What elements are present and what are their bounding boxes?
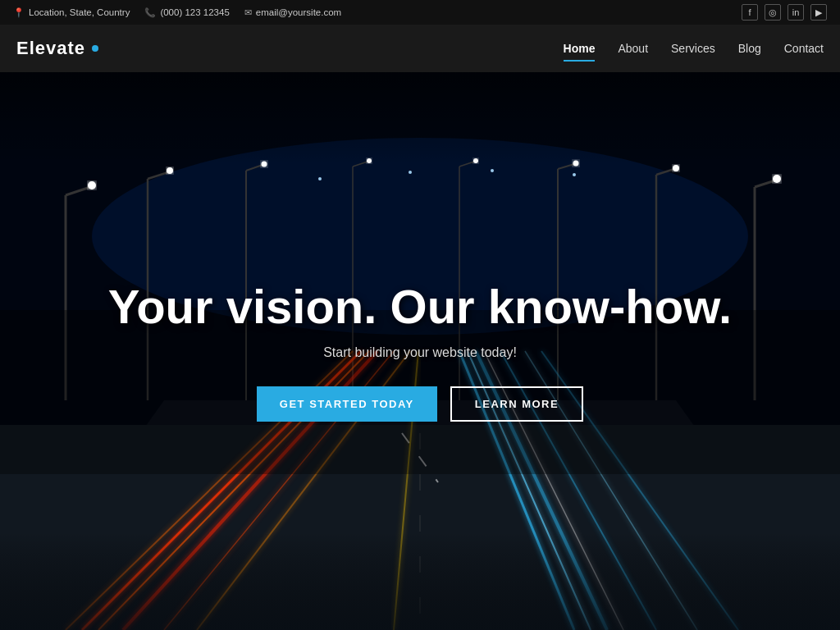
nav-link-contact[interactable]: Contact	[784, 39, 824, 58]
linkedin-icon[interactable]: in	[788, 4, 804, 21]
nav-item-services[interactable]: Services	[671, 41, 715, 56]
top-bar: 📍 Location, State, Country 📞 (000) 123 1…	[0, 0, 840, 25]
top-bar-left: 📍 Location, State, Country 📞 (000) 123 1…	[13, 7, 341, 18]
nav-item-contact[interactable]: Contact	[784, 41, 824, 56]
hero-subtitle: Start building your website today!	[108, 345, 732, 360]
svg-rect-49	[0, 532, 840, 630]
hero-content: Your vision. Our know-how. Start buildin…	[92, 281, 748, 422]
location-contact: 📍 Location, State, Country	[13, 7, 130, 18]
cta-secondary-button[interactable]: LEARN MORE	[450, 386, 583, 422]
email-icon: ✉	[244, 7, 252, 18]
svg-rect-50	[0, 72, 840, 302]
phone-icon: 📞	[144, 7, 156, 18]
phone-text: (000) 123 12345	[160, 7, 229, 17]
nav-item-blog[interactable]: Blog	[738, 41, 761, 56]
facebook-icon[interactable]: f	[742, 4, 758, 21]
brand-dot	[92, 45, 98, 52]
instagram-icon[interactable]: ◎	[765, 4, 781, 21]
hero-title: Your vision. Our know-how.	[108, 281, 732, 333]
location-icon: 📍	[13, 7, 25, 18]
hero-section: Your vision. Our know-how. Start buildin…	[0, 72, 840, 630]
nav-item-about[interactable]: About	[618, 41, 648, 56]
location-text: Location, State, Country	[29, 7, 130, 17]
nav-link-about[interactable]: About	[618, 39, 648, 58]
nav-item-home[interactable]: Home	[564, 41, 596, 56]
nav-links: Home About Services Blog Contact	[564, 41, 824, 56]
navbar: Elevate Home About Services Blog Contact	[0, 25, 840, 72]
email-contact: ✉ email@yoursite.com	[244, 7, 341, 18]
nav-link-services[interactable]: Services	[671, 39, 715, 58]
youtube-icon[interactable]: ▶	[810, 4, 827, 21]
hero-buttons: GET STARTED TODAY LEARN MORE	[108, 386, 732, 422]
social-links: f ◎ in ▶	[742, 4, 827, 21]
brand-name: Elevate	[16, 38, 85, 59]
phone-contact: 📞 (000) 123 12345	[144, 7, 229, 18]
brand-logo[interactable]: Elevate	[16, 38, 98, 59]
email-text: email@yoursite.com	[256, 7, 341, 17]
cta-primary-button[interactable]: GET STARTED TODAY	[257, 386, 437, 422]
nav-link-home[interactable]: Home	[564, 39, 596, 58]
nav-link-blog[interactable]: Blog	[738, 39, 761, 58]
